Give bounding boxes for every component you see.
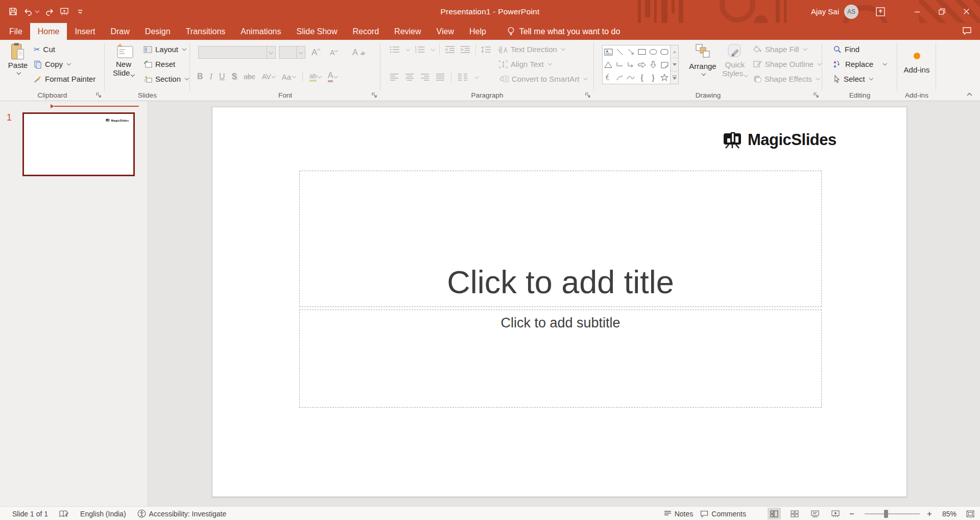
reset-button[interactable]: Reset [144, 57, 188, 72]
align-right-icon[interactable] [420, 74, 429, 81]
shape-folded-corner-icon[interactable] [659, 58, 670, 71]
tab-review[interactable]: Review [387, 23, 428, 40]
bold-button[interactable]: B [197, 72, 203, 81]
shape-elbow-connector-icon[interactable] [614, 58, 625, 71]
comments-button[interactable]: Comments [700, 510, 746, 518]
text-shadow-button[interactable]: S [231, 72, 237, 81]
tab-insert[interactable]: Insert [67, 23, 103, 40]
shape-scribble-icon[interactable] [603, 71, 614, 84]
ribbon-display-options-icon[interactable] [875, 6, 886, 17]
shape-outline-button[interactable]: Shape Outline [753, 57, 821, 72]
shape-line-icon[interactable] [614, 45, 625, 58]
tell-me-search[interactable]: Tell me what you want to do [507, 23, 620, 40]
tab-record[interactable]: Record [345, 23, 387, 40]
bullets-icon[interactable] [390, 45, 400, 54]
comments-bubble-icon[interactable] [962, 27, 972, 35]
subtitle-placeholder[interactable]: Click to add subtitle [299, 310, 822, 408]
title-placeholder[interactable]: Click to add title [299, 171, 822, 307]
select-button[interactable]: Select [833, 72, 887, 86]
minimize-button[interactable] [905, 0, 929, 23]
shapes-gallery-scrollbar[interactable] [670, 45, 678, 84]
user-name[interactable]: Ajay Sai [811, 0, 839, 23]
shape-left-brace-icon[interactable]: { [636, 71, 648, 84]
font-size-combobox[interactable] [279, 46, 305, 59]
avatar[interactable]: AS [844, 5, 858, 19]
tab-help[interactable]: Help [462, 23, 494, 40]
gallery-scroll-down-icon[interactable] [671, 58, 678, 71]
change-case-button[interactable]: Aa [282, 73, 296, 81]
zoom-in-button[interactable] [927, 511, 935, 516]
paste-button[interactable]: Paste [5, 42, 31, 74]
tab-animations[interactable]: Animations [233, 23, 289, 40]
underline-button[interactable]: U [219, 72, 225, 81]
shape-rounded-rectangle-icon[interactable] [659, 45, 670, 58]
clipboard-dialog-launcher-icon[interactable] [95, 92, 102, 99]
zoom-out-button[interactable] [849, 511, 857, 516]
fit-slide-to-window-icon[interactable] [964, 508, 977, 519]
notes-button[interactable]: Notes [664, 510, 694, 518]
shape-curve-icon[interactable] [625, 71, 636, 84]
zoom-slider-handle[interactable] [884, 510, 888, 518]
grow-font-button[interactable]: A [312, 45, 320, 60]
arrange-button[interactable]: Arrange [689, 42, 716, 75]
slide-sorter-view-button[interactable] [788, 508, 801, 519]
tab-draw[interactable]: Draw [103, 23, 137, 40]
shape-fill-button[interactable]: Shape Fill [753, 42, 821, 57]
addins-button[interactable]: Add-ins [902, 42, 931, 74]
align-center-icon[interactable] [405, 74, 414, 81]
quick-styles-button[interactable]: Quick Styles [721, 42, 749, 78]
shrink-font-button[interactable]: A [330, 45, 338, 60]
clear-formatting-button[interactable]: A [352, 45, 366, 60]
drawing-dialog-launcher-icon[interactable] [813, 92, 820, 99]
normal-view-button[interactable] [768, 508, 781, 519]
shape-effects-button[interactable]: Shape Effects [753, 72, 821, 86]
copy-button[interactable]: Copy [34, 57, 95, 72]
replace-button[interactable]: Replace [833, 57, 887, 72]
shape-down-arrow-icon[interactable] [648, 58, 659, 71]
italic-button[interactable]: I [210, 72, 212, 81]
close-button[interactable] [954, 0, 978, 23]
zoom-slider[interactable] [865, 513, 920, 514]
justify-icon[interactable] [436, 74, 445, 81]
shape-oval-icon[interactable] [648, 45, 659, 58]
decrease-indent-icon[interactable] [445, 45, 455, 54]
shape-arc-icon[interactable] [614, 71, 625, 84]
tab-design[interactable]: Design [137, 23, 178, 40]
restore-button[interactable] [930, 0, 953, 23]
section-button[interactable]: Section [144, 72, 188, 86]
shape-text-box-icon[interactable] [603, 45, 614, 58]
zoom-level[interactable]: 85% [942, 510, 957, 518]
layout-button[interactable]: Layout [144, 42, 188, 57]
shape-rectangle-icon[interactable] [636, 45, 648, 58]
text-direction-button[interactable]: Text Direction [499, 42, 587, 57]
shape-elbow-arrow-connector-icon[interactable] [625, 58, 636, 71]
new-slide-button[interactable]: New Slide [109, 42, 138, 77]
shape-arrow-icon[interactable] [625, 45, 636, 58]
convert-to-smartart-button[interactable]: Convert to SmartArt [499, 72, 587, 86]
columns-icon[interactable] [458, 74, 468, 81]
tab-slide-show[interactable]: Slide Show [289, 23, 345, 40]
line-spacing-icon[interactable] [481, 45, 491, 54]
language-indicator[interactable]: English (India) [80, 510, 126, 518]
spellcheck-icon[interactable] [59, 510, 69, 518]
slide-indicator[interactable]: Slide 1 of 1 [12, 510, 48, 518]
align-left-icon[interactable] [390, 74, 399, 81]
slideshow-view-button[interactable] [829, 508, 842, 519]
strikethrough-button[interactable]: abc [244, 73, 255, 81]
collapse-ribbon-icon[interactable] [965, 90, 974, 98]
find-button[interactable]: Find [833, 42, 887, 57]
gallery-more-icon[interactable] [671, 72, 678, 84]
font-color-button[interactable]: A [328, 71, 338, 82]
paragraph-dialog-launcher-icon[interactable] [585, 92, 591, 99]
font-dialog-launcher-icon[interactable] [371, 92, 378, 99]
reading-view-button[interactable] [808, 508, 822, 519]
slide-thumbnail-1[interactable]: MagicSlides [22, 112, 135, 176]
shape-right-arrow-icon[interactable] [636, 58, 648, 71]
numbering-icon[interactable] [415, 45, 425, 54]
tab-transitions[interactable]: Transitions [178, 23, 233, 40]
increase-indent-icon[interactable] [460, 45, 470, 54]
gallery-scroll-up-icon[interactable] [671, 45, 678, 58]
align-text-button[interactable]: Align Text [499, 57, 587, 72]
tab-home[interactable]: Home [30, 23, 67, 40]
shape-triangle-icon[interactable] [603, 58, 614, 71]
